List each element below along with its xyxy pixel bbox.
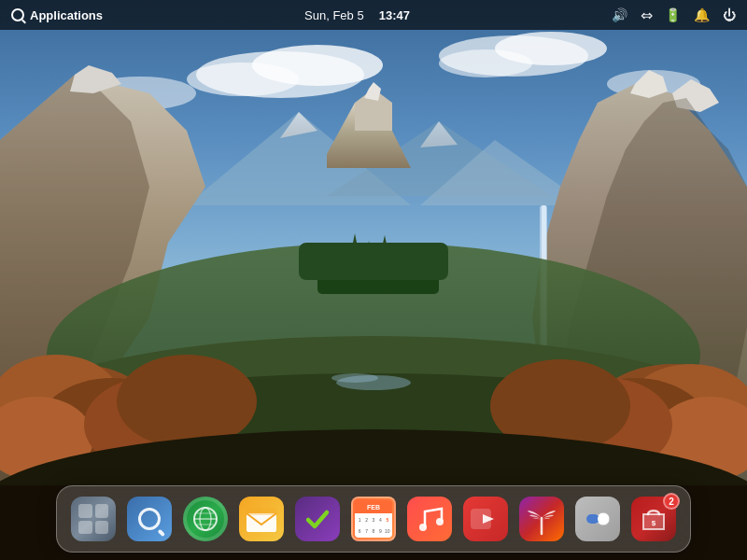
dock-item-search[interactable]	[124, 494, 175, 544]
multitasking-icon	[71, 497, 116, 541]
dock-item-music[interactable]	[404, 494, 455, 544]
svg-text:$: $	[652, 519, 656, 527]
wifi-icon[interactable]: ⇔	[641, 7, 652, 24]
menubar: Applications Sun, Feb 5 13:47 🔊 ⇔ 🔋 🔔 ⏻	[0, 0, 747, 30]
dock-item-settings[interactable]	[572, 494, 623, 544]
tasks-icon	[295, 497, 340, 541]
menubar-center: Sun, Feb 5 13:47	[304, 8, 410, 22]
dock-item-video[interactable]	[460, 494, 511, 544]
dock-item-calendar[interactable]: FEB 1 2 3 4 5 6 7 8 9 10	[348, 494, 399, 544]
store-icon: $ 2	[631, 497, 676, 541]
settings-icon	[575, 497, 620, 541]
browser-icon	[183, 497, 228, 541]
calendar-icon: FEB 1 2 3 4 5 6 7 8 9 10	[351, 497, 396, 541]
dock-item-multitasking[interactable]	[68, 494, 119, 544]
menubar-left: Applications	[11, 8, 103, 22]
notification-icon[interactable]: 🔔	[694, 7, 710, 22]
svg-point-3	[187, 63, 299, 96]
svg-rect-66	[586, 514, 599, 524]
mail-icon	[239, 497, 284, 541]
svg-rect-34	[299, 243, 448, 280]
photos-icon	[519, 497, 564, 541]
search-icon[interactable]	[11, 8, 24, 21]
battery-icon[interactable]: 🔋	[665, 7, 681, 22]
volume-icon[interactable]: 🔊	[612, 7, 627, 22]
menubar-right: 🔊 ⇔ 🔋 🔔 ⏻	[612, 7, 736, 24]
svg-point-47	[117, 355, 257, 448]
magnifier-shape	[138, 508, 161, 530]
dock-item-browser[interactable]	[180, 494, 231, 544]
svg-point-61	[436, 518, 444, 525]
dock-item-photos[interactable]	[516, 494, 567, 544]
date-label: Sun, Feb 5	[304, 8, 364, 22]
time-label: 13:47	[379, 8, 410, 22]
dock-item-store[interactable]: $ 2	[628, 494, 679, 544]
search-app-icon	[127, 497, 172, 541]
music-icon	[407, 497, 452, 541]
wallpaper-landscape	[0, 0, 747, 560]
dock-item-mail[interactable]	[236, 494, 287, 544]
video-icon	[463, 497, 508, 541]
svg-point-67	[598, 513, 609, 525]
svg-point-60	[419, 524, 427, 531]
dock-item-tasks[interactable]	[292, 494, 343, 544]
svg-point-52	[331, 373, 378, 383]
store-badge: 2	[663, 493, 680, 510]
power-icon[interactable]: ⏻	[723, 7, 736, 22]
app-name-label[interactable]: Applications	[30, 8, 103, 22]
desktop: Applications Sun, Feb 5 13:47 🔊 ⇔ 🔋 🔔 ⏻	[0, 0, 747, 560]
dock: FEB 1 2 3 4 5 6 7 8 9 10	[56, 485, 691, 553]
svg-point-6	[439, 49, 532, 77]
svg-rect-59	[247, 508, 276, 515]
